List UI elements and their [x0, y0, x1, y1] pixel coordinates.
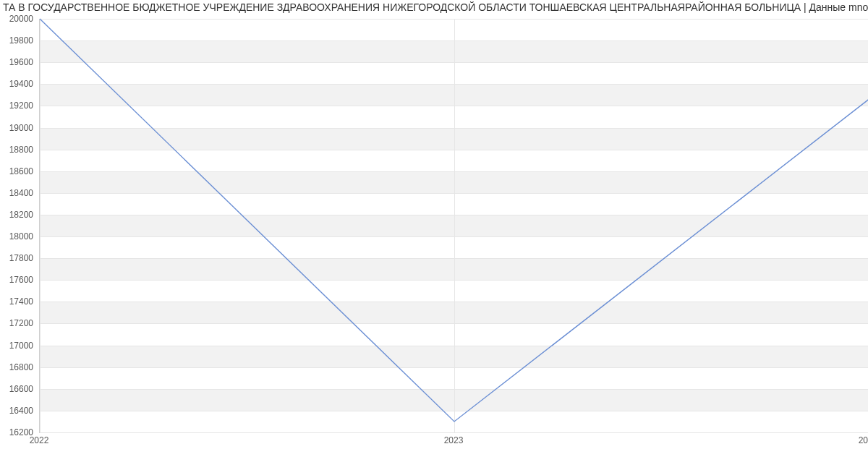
x-tick-label: 2024	[859, 435, 868, 445]
y-tick-label: 19600	[9, 57, 33, 67]
y-tick-label: 16600	[9, 384, 33, 394]
y-tick-label: 20000	[9, 14, 33, 24]
y-tick-label: 19400	[9, 79, 33, 89]
x-axis-ticks: 202220232024	[39, 434, 868, 448]
y-tick-label: 18400	[9, 188, 33, 198]
y-tick-label: 19800	[9, 35, 33, 46]
line-series	[40, 19, 868, 432]
h-gridline	[40, 432, 868, 433]
x-tick-label: 2023	[444, 435, 464, 445]
y-axis-ticks: 1620016400166001680017000172001740017600…	[0, 19, 36, 432]
y-tick-label: 18200	[9, 210, 33, 220]
y-tick-label: 17000	[9, 341, 33, 351]
y-tick-label: 19200	[9, 101, 33, 111]
y-tick-label: 17600	[9, 275, 33, 285]
y-tick-label: 18000	[9, 231, 33, 242]
y-tick-label: 17800	[9, 253, 33, 263]
y-tick-label: 18600	[9, 166, 33, 176]
y-tick-label: 17200	[9, 318, 33, 328]
y-tick-label: 16400	[9, 406, 33, 416]
y-tick-label: 16800	[9, 362, 33, 372]
y-tick-label: 18800	[9, 145, 33, 155]
plot-area	[39, 19, 868, 433]
y-tick-label: 17400	[9, 296, 33, 307]
y-tick-label: 19000	[9, 123, 33, 133]
x-tick-label: 2022	[30, 435, 49, 445]
chart-title: ТА В ГОСУДАРСТВЕННОЕ БЮДЖЕТНОЕ УЧРЕЖДЕНИ…	[0, 1, 868, 13]
